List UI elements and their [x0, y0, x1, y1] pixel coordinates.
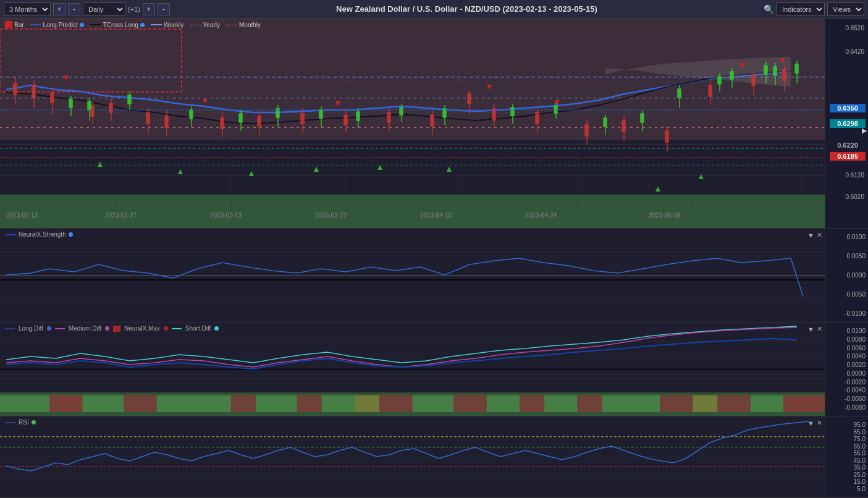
- monthly-line-icon: [226, 25, 237, 25]
- rsi-y-55: 55.0: [828, 450, 866, 457]
- rsi-y-45: 45.0: [828, 457, 866, 464]
- diff-y-0080: 0.0080: [828, 336, 866, 343]
- svg-rect-149: [379, 395, 412, 412]
- long-predict-dot: [80, 23, 84, 27]
- rsi-chart-area[interactable]: RSI ▼ ✕: [0, 416, 825, 497]
- price-chart-area[interactable]: ▼ ▼ ▼ ▼ ▼ ▼ ▼ ▲ ▲ ▲ ▲ ▲ ▲ ▲ ▲: [0, 19, 825, 228]
- svg-rect-102: [764, 65, 767, 74]
- svg-rect-48: [431, 115, 434, 126]
- neural-title-label: NeuralX.Strength: [19, 231, 66, 238]
- rsi-y-95: 95.0: [828, 421, 866, 428]
- diff-y-0100: 0.0100: [828, 327, 866, 334]
- diff-y-0060: 0.0060: [828, 345, 866, 352]
- svg-text:▼: ▼: [553, 97, 562, 107]
- rsi-y-65: 65.0: [828, 443, 866, 450]
- period-select[interactable]: 3 Months 1 Week 1 Month 6 Months: [4, 2, 51, 16]
- svg-text:▲: ▲: [247, 168, 256, 178]
- diff-controls: ▼ ✕: [807, 325, 822, 333]
- svg-rect-161: [751, 395, 783, 412]
- price-level-2: 0.6298: [830, 119, 866, 128]
- neural-y-0050: 0.0050: [828, 253, 866, 260]
- legend-long-predict: Long.Predict: [30, 22, 84, 28]
- legend-tcross: TCross.Long: [90, 22, 145, 28]
- svg-rect-36: [165, 116, 168, 127]
- svg-rect-138: [0, 395, 49, 412]
- neural-collapse-btn[interactable]: ▼: [807, 231, 814, 239]
- toolbar: 3 Months 1 Week 1 Month 6 Months + - Dai…: [0, 0, 868, 19]
- neural-chart-area[interactable]: NeuralX.Strength ▼ ✕: [0, 229, 825, 322]
- svg-rect-153: [520, 395, 544, 412]
- svg-rect-159: [693, 395, 717, 412]
- svg-rect-54: [536, 112, 539, 124]
- rsi-y-75: 75.0: [828, 436, 866, 442]
- y-tick-6020: 0.6020: [845, 193, 864, 200]
- diff-collapse-btn[interactable]: ▼: [807, 325, 814, 333]
- svg-text:▲: ▲: [312, 164, 321, 174]
- svg-rect-74: [190, 110, 193, 119]
- rsi-y-15: 15.0: [828, 478, 866, 485]
- shift-minus-btn[interactable]: -: [158, 3, 170, 15]
- rsi-panel: RSI ▼ ✕: [0, 416, 868, 498]
- legend-monthly-label: Monthly: [239, 22, 261, 28]
- svg-rect-76: [239, 114, 242, 122]
- period-plus-btn[interactable]: +: [53, 3, 65, 15]
- y-tick-6120: 0.6120: [845, 172, 864, 179]
- legend-bar: Bar: [5, 21, 24, 28]
- svg-rect-2: [0, 195, 825, 228]
- diff-close-btn[interactable]: ✕: [817, 325, 822, 333]
- svg-text:▲: ▲: [654, 184, 662, 193]
- svg-rect-32: [109, 104, 112, 112]
- y-tick-6520: 0.6520: [845, 25, 864, 32]
- rsi-close-btn[interactable]: ✕: [817, 419, 822, 427]
- main-container: ▼ ▼ ▼ ▼ ▼ ▼ ▼ ▲ ▲ ▲ ▲ ▲ ▲ ▲ ▲: [0, 19, 868, 498]
- price-level-1: 0.6350: [830, 104, 866, 112]
- svg-rect-82: [356, 112, 360, 120]
- svg-text:2023-03-27: 2023-03-27: [315, 212, 347, 219]
- legend-yearly-label: Yearly: [203, 22, 220, 28]
- diff-y-0000: 0.0000: [828, 370, 866, 377]
- svg-rect-143: [198, 395, 230, 412]
- med-diff-label: Medium.Diff: [69, 325, 101, 332]
- svg-rect-140: [83, 395, 124, 412]
- interval-select[interactable]: Daily Weekly Monthly: [83, 2, 125, 16]
- rsi-y-axis: 95.0 85.0 75.0 65.0 55.0 45.0 35.0 25.0 …: [825, 416, 868, 497]
- diff-y-n0060: -0.0060: [828, 395, 866, 402]
- plus1-label: (+1): [128, 6, 140, 13]
- svg-rect-70: [88, 101, 91, 110]
- svg-text:▲: ▲: [176, 166, 185, 176]
- long-diff-line-icon: [5, 328, 15, 329]
- diff-chart-area[interactable]: Long.Diff Medium.Diff NeuralX.Max Short.…: [0, 323, 825, 416]
- svg-rect-64: [752, 75, 755, 85]
- search-button[interactable]: 🔍: [764, 4, 774, 14]
- rsi-dot: [32, 420, 36, 424]
- svg-rect-28: [51, 93, 54, 103]
- svg-rect-162: [783, 395, 825, 412]
- rsi-y-25: 25.0: [828, 471, 866, 478]
- svg-text:▲: ▲: [697, 171, 706, 181]
- shift-plus-btn[interactable]: +: [143, 3, 155, 15]
- diff-panel: Long.Diff Medium.Diff NeuralX.Max Short.…: [0, 323, 868, 416]
- indicators-select[interactable]: Indicators: [777, 2, 825, 16]
- period-minus-btn[interactable]: -: [68, 3, 80, 15]
- rsi-title-label: RSI: [19, 419, 29, 426]
- svg-rect-52: [492, 109, 495, 120]
- short-diff-line-icon: [172, 328, 182, 329]
- svg-rect-66: [783, 69, 786, 80]
- chart-title: New Zealand Dollar / U.S. Dollar - NZD/U…: [172, 4, 761, 14]
- svg-rect-139: [49, 395, 82, 412]
- svg-rect-154: [544, 395, 577, 412]
- short-diff-label: Short.Diff: [185, 325, 211, 332]
- long-diff-label: Long.Diff: [19, 325, 43, 332]
- svg-rect-24: [14, 83, 17, 95]
- svg-rect-152: [487, 395, 520, 412]
- svg-rect-56: [585, 125, 588, 136]
- svg-rect-147: [322, 395, 355, 412]
- neural-close-btn[interactable]: ✕: [817, 231, 822, 239]
- svg-rect-68: [69, 99, 72, 108]
- svg-rect-26: [32, 85, 35, 98]
- short-diff-dot: [214, 326, 219, 331]
- views-select[interactable]: Views: [827, 2, 864, 16]
- neural-dot: [69, 232, 73, 237]
- rsi-y-5: 5.0: [828, 486, 866, 492]
- rsi-collapse-btn[interactable]: ▼: [807, 419, 814, 427]
